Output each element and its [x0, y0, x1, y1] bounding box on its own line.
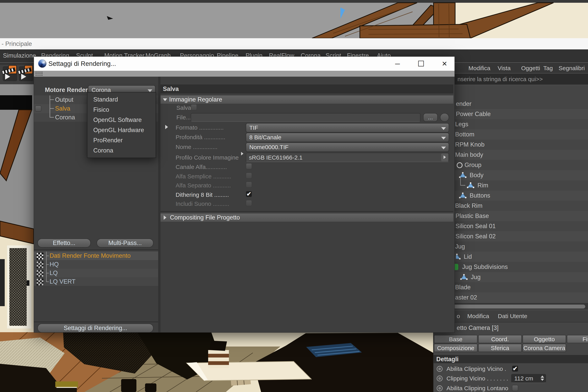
object-row[interactable]: Buttons	[451, 190, 588, 201]
tab-coord[interactable]: Coord.	[478, 335, 522, 343]
alfa-semplice-checkbox[interactable]	[246, 172, 252, 179]
object-row[interactable]: Bottom	[451, 129, 588, 140]
render-view-icon[interactable]	[3, 66, 17, 81]
tree-item-corona[interactable]: Corona	[55, 114, 75, 121]
render-picture-viewer-icon[interactable]	[19, 66, 33, 81]
object-row[interactable]: Legs	[451, 119, 588, 129]
clipping-near-field[interactable]: 112 cm	[511, 374, 546, 383]
am-title: etto Camera [3]	[457, 324, 498, 332]
object-row[interactable]: Jug	[451, 242, 588, 252]
om-scrollbar-track[interactable]	[451, 304, 588, 309]
engine-option-opengl-hardware[interactable]: OpenGL Hardware	[88, 125, 156, 135]
tab-composizione[interactable]: Composizione	[434, 344, 478, 352]
tree-branch-line	[460, 178, 461, 185]
preset-row[interactable]: Dati Render Fonte Movimento	[34, 252, 158, 260]
tab-fisico[interactable]: Fis	[567, 335, 588, 343]
am-menu-modifica[interactable]: Modifica	[467, 313, 489, 320]
dettagli-section-bar[interactable]: Dettagli	[434, 355, 588, 363]
object-row[interactable]: Jug	[451, 272, 588, 282]
spinner-up-icon[interactable]	[540, 376, 544, 378]
keyframe-circle-icon[interactable]	[437, 376, 442, 382]
pane-divider[interactable]	[158, 77, 160, 332]
object-row[interactable]: Rim	[451, 180, 588, 190]
dithering-checkbox[interactable]: ✔	[246, 191, 252, 197]
effetto-button[interactable]: Effetto...	[38, 238, 91, 248]
object-row[interactable]: Plastic Base	[451, 211, 588, 221]
tab-oggetto[interactable]: Oggetto	[522, 335, 566, 343]
object-row[interactable]: Body	[451, 170, 588, 180]
om-menu-vista[interactable]: Vista	[498, 65, 510, 72]
object-row[interactable]: Jug Subdivisions	[451, 262, 588, 272]
dropdown-arrow-icon	[441, 127, 446, 130]
clipping-near-enable-checkbox[interactable]: ✔	[512, 366, 518, 372]
tab-sferica[interactable]: Sferica	[478, 344, 522, 352]
formato-dropdown[interactable]: TIF	[246, 123, 449, 132]
nome-label: Nome ...............	[176, 144, 217, 150]
om-menu-tag[interactable]: Tag	[543, 65, 553, 72]
file-input[interactable]	[191, 113, 420, 122]
engine-option-corona[interactable]: Corona	[88, 146, 156, 156]
engine-option-opengl-software[interactable]: OpenGL Software	[88, 115, 156, 125]
section-compositing[interactable]: Compositing File Progetto	[160, 214, 453, 222]
canale-alfa-checkbox[interactable]	[246, 163, 252, 169]
save-header-bar: Salva	[160, 84, 453, 94]
preset-render-icon	[36, 270, 44, 277]
profondita-label: Profondità .............	[176, 134, 225, 140]
object-row[interactable]: Main body	[451, 150, 588, 160]
object-row[interactable]: Power Cable	[451, 109, 588, 119]
tab-base[interactable]: Base	[434, 335, 478, 343]
object-row[interactable]: RPM Knob	[451, 140, 588, 150]
am-menu-modo[interactable]: o	[457, 313, 460, 320]
om-search-input[interactable]: nserire la stringa di ricerca qui>>	[451, 74, 588, 85]
minimize-button[interactable]: ─	[389, 58, 406, 69]
om-menu-oggetti[interactable]: Oggetti	[521, 65, 540, 72]
tree-item-output[interactable]: Output	[55, 96, 73, 103]
profondita-dropdown[interactable]: 8 Bit/Canale	[246, 133, 449, 142]
dialog-titlebar[interactable]: Settaggi di Rendering... ─ ☐ ✕	[34, 57, 454, 71]
alfa-separato-checkbox[interactable]	[246, 182, 252, 188]
object-row[interactable]: Lid	[451, 252, 588, 262]
includi-suono-checkbox[interactable]	[246, 200, 252, 206]
preset-row[interactable]: LQ	[34, 269, 158, 277]
profilo-more-button[interactable]	[441, 154, 448, 161]
formato-expand-icon[interactable]	[165, 125, 168, 129]
multipass-button[interactable]: Multi-Pass...	[97, 238, 154, 248]
keyframe-circle-icon[interactable]	[437, 385, 442, 391]
clipping-far-enable-checkbox[interactable]	[512, 385, 518, 391]
salva-checkbox[interactable]	[191, 104, 197, 110]
keyframe-circle-icon[interactable]	[437, 366, 442, 372]
object-row[interactable]: aster 02	[451, 292, 588, 302]
menu-simulazione[interactable]: Simulazione	[3, 52, 36, 59]
object-row[interactable]: Blade	[451, 282, 588, 292]
file-options-button[interactable]	[440, 113, 449, 122]
preset-row[interactable]: HQ	[34, 260, 158, 269]
object-row[interactable]: Silicon Seal 02	[451, 231, 588, 242]
engine-option-standard[interactable]: Standard	[88, 94, 156, 105]
section-immagine-regolare[interactable]: Immagine Regolare	[160, 96, 453, 104]
object-row[interactable]: Group	[451, 160, 588, 170]
tab-corona-camera[interactable]: Corona Camera	[522, 344, 566, 352]
om-menu-segnalibri[interactable]: Segnalibri	[558, 65, 585, 72]
object-row[interactable]: ender	[451, 99, 588, 109]
object-row[interactable]: Black Rim	[451, 201, 588, 211]
render-settings-button[interactable]: Settaggi di Rendering...	[38, 324, 154, 332]
tree-branch-line	[460, 185, 465, 186]
grip-icon[interactable]	[35, 71, 43, 76]
am-menu-dati-utente[interactable]: Dati Utente	[498, 313, 527, 320]
om-menu-modifica[interactable]: Modifica	[468, 65, 490, 72]
engine-option-fisico[interactable]: Fisico	[88, 105, 156, 115]
spinner-down-icon[interactable]	[540, 379, 544, 381]
alfa-separato-label: Alfa Separato ...........	[176, 182, 231, 189]
tree-item-salva[interactable]: Salva	[55, 105, 70, 112]
profilo-expand-icon[interactable]	[241, 152, 244, 156]
close-button[interactable]: ✕	[436, 58, 453, 69]
salva-tree-checkbox[interactable]	[35, 106, 41, 112]
file-browse-button[interactable]: ...	[423, 113, 438, 122]
om-scrollbar-thumb[interactable]	[453, 304, 585, 308]
maximize-button[interactable]: ☐	[412, 58, 430, 69]
object-row[interactable]: Silicon Seal 01	[451, 221, 588, 231]
nome-dropdown[interactable]: Nome0000.TIF	[246, 142, 449, 152]
engine-option-prorender[interactable]: ProRender	[88, 135, 156, 146]
profilo-field[interactable]: sRGB IEC61966-2.1	[246, 153, 449, 162]
preset-row[interactable]: LQ VERT	[34, 277, 158, 286]
